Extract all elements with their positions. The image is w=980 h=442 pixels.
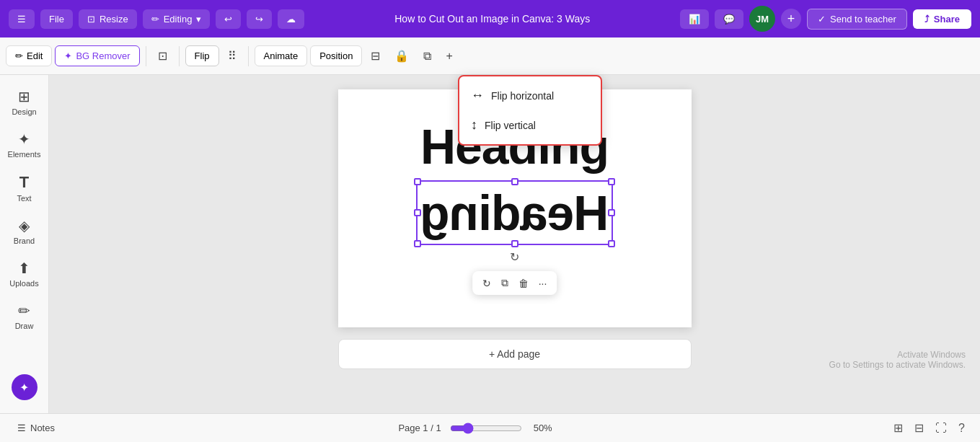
plus-icon: + — [787, 12, 795, 27]
grid-button[interactable]: ⠿ — [222, 45, 242, 67]
resize-label: Resize — [100, 14, 128, 25]
filter-icon: ⊟ — [371, 50, 380, 62]
handle-bl[interactable] — [414, 240, 421, 247]
mini-toolbar: ↻ ⧉ 🗑 ··· — [472, 271, 557, 295]
design-label: Design — [12, 107, 36, 116]
elements-label: Elements — [8, 150, 41, 159]
filter-button[interactable]: ⊟ — [365, 45, 386, 67]
bg-icon: ✦ — [64, 50, 72, 61]
handle-br[interactable] — [608, 240, 615, 247]
send-icon: ✓ — [818, 14, 826, 25]
animate-button[interactable]: Animate — [255, 45, 308, 66]
position-button[interactable]: Position — [310, 45, 362, 66]
fullscreen-button[interactable]: ⛶ — [932, 419, 950, 437]
send-to-teacher-button[interactable]: ✓ Send to teacher — [807, 9, 907, 30]
sidebar-item-design[interactable]: ⊞ Design — [3, 82, 46, 122]
sidebar-item-text[interactable]: T Text — [3, 167, 46, 208]
avatar[interactable]: JM — [749, 6, 775, 32]
menu-icon: ☰ — [17, 14, 26, 25]
mini-copy-button[interactable]: ⧉ — [497, 274, 513, 292]
handle-mr[interactable] — [608, 209, 615, 216]
add-page-label: + Add page — [489, 348, 540, 360]
mini-rotate-button[interactable]: ↻ — [478, 275, 495, 292]
flip-vertical-label: Flip vertical — [485, 120, 536, 131]
flip-horizontal-item[interactable]: ↔ Flip horizontal — [459, 81, 601, 110]
bottom-right: ⊞ ⊟ ⛶ ? — [890, 419, 968, 437]
mini-trash-button[interactable]: 🗑 — [514, 275, 533, 292]
add-collaborator-button[interactable]: + — [781, 9, 801, 29]
resize-icon: ⊡ — [87, 14, 95, 25]
trash-icon: 🗑 — [518, 278, 529, 289]
mini-more-button[interactable]: ··· — [534, 275, 552, 292]
stats-icon: 📊 — [689, 14, 700, 25]
sidebar-item-draw[interactable]: ✏ Draw — [3, 296, 46, 336]
bottom-center: Page 1 / 1 50% — [61, 423, 890, 434]
editing-label: Editing — [164, 14, 193, 25]
add-icon: + — [446, 50, 452, 62]
layout-button[interactable]: ⊟ — [911, 419, 927, 437]
sidebar-item-elements[interactable]: ✦ Elements — [3, 125, 46, 164]
edit-icon: ✏ — [15, 50, 23, 61]
crop-button[interactable]: ⊡ — [152, 45, 173, 67]
zoom-level: 50% — [534, 423, 552, 433]
crop-icon: ⊡ — [158, 50, 167, 62]
undo-button[interactable]: ↩ — [216, 9, 241, 29]
rotate-handle[interactable]: ↻ — [508, 249, 522, 264]
redo-button[interactable]: ↪ — [247, 9, 272, 29]
menu-button[interactable]: ☰ — [9, 9, 35, 29]
topbar: ☰ File ⊡ Resize ✏ Editing ▾ ↩ ↪ ☁ How to… — [0, 0, 980, 37]
separator2 — [179, 46, 180, 66]
heading-flipped[interactable]: Heading — [420, 185, 609, 241]
duplicate-button[interactable]: ⧉ — [418, 45, 437, 67]
cloud-icon: ☁ — [286, 14, 296, 25]
magic-button[interactable]: ✦ — [12, 374, 37, 400]
draw-label: Draw — [15, 322, 34, 330]
fullscreen-icon: ⛶ — [935, 422, 947, 434]
cloud-button[interactable]: ☁ — [278, 9, 304, 29]
handle-tr[interactable] — [608, 178, 615, 185]
flip-dropdown: ↔ Flip horizontal ↕ Flip vertical — [458, 75, 602, 146]
activate-windows-watermark: Activate Windows Go to Settings to activ… — [829, 350, 966, 370]
document-title: How to Cut Out an Image in Canva: 3 Ways — [310, 13, 674, 25]
grid-view-button[interactable]: ⊞ — [890, 419, 906, 437]
chevron-down-icon: ▾ — [196, 14, 201, 25]
notes-icon: ☰ — [17, 423, 26, 433]
duplicate-icon: ⧉ — [423, 50, 431, 62]
grid-icon: ⊞ — [893, 422, 903, 434]
flip-button[interactable]: Flip — [185, 45, 219, 66]
sidebar-item-brand[interactable]: ◈ Brand — [3, 211, 46, 251]
share-button[interactable]: ⤴ Share — [913, 9, 971, 29]
pencil-icon: ✏ — [151, 14, 159, 25]
uploads-label: Uploads — [9, 279, 38, 288]
uploads-icon: ⬆ — [18, 260, 30, 277]
file-button[interactable]: File — [40, 9, 73, 29]
layout-icon: ⊟ — [914, 422, 924, 434]
stats-button[interactable]: 📊 — [680, 9, 709, 29]
brand-icon: ◈ — [19, 217, 30, 234]
lock-button[interactable]: 🔒 — [389, 45, 415, 67]
redo-icon: ↪ — [255, 14, 263, 25]
zoom-slider[interactable] — [450, 423, 522, 434]
copy-icon: ⧉ — [501, 277, 508, 288]
add-button[interactable]: + — [440, 45, 458, 67]
resize-button[interactable]: ⊡ Resize — [79, 9, 137, 29]
editing-button[interactable]: ✏ Editing ▾ — [143, 9, 211, 29]
edit-button[interactable]: ✏ Edit — [6, 45, 52, 66]
undo-icon: ↩ — [224, 14, 232, 25]
flip-vertical-icon: ↕ — [471, 118, 477, 133]
sidebar-item-uploads[interactable]: ⬆ Uploads — [3, 254, 46, 293]
help-icon: ? — [958, 422, 965, 434]
more-icon: ··· — [539, 278, 547, 289]
magic-icon: ✦ — [19, 381, 29, 394]
text-icon: T — [19, 173, 29, 192]
bg-remover-button[interactable]: ✦ BG Remover — [55, 45, 139, 66]
comment-button[interactable]: 💬 — [715, 9, 743, 29]
handle-bc[interactable] — [511, 240, 518, 247]
add-page-button[interactable]: + Add page — [338, 339, 692, 369]
flipped-heading-container[interactable]: ↻ Heading — [416, 180, 613, 245]
rotate-icon: ↻ — [482, 278, 491, 289]
help-button[interactable]: ? — [955, 419, 968, 437]
elements-icon: ✦ — [18, 131, 30, 148]
notes-button[interactable]: ☰ Notes — [12, 420, 61, 436]
flip-vertical-item[interactable]: ↕ Flip vertical — [459, 110, 601, 140]
